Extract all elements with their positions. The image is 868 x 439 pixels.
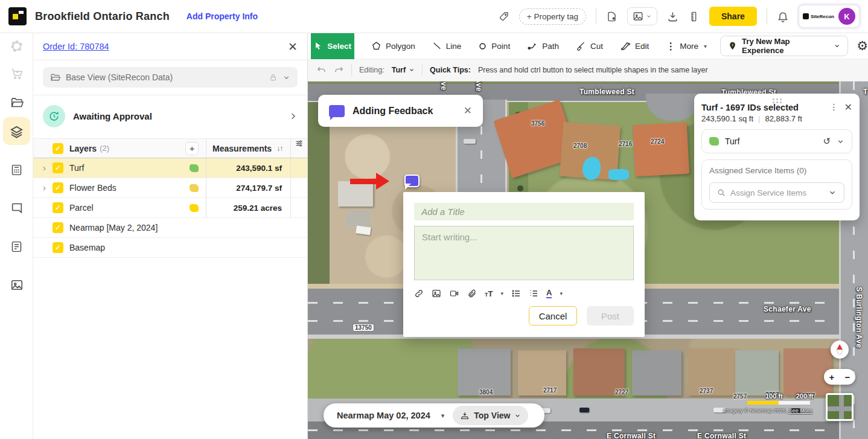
map-settings-gear-icon[interactable]: ⚙ [857,39,868,53]
house-number: 2727 [615,389,628,396]
ruler-icon[interactable] [688,11,700,22]
layer-checkbox[interactable]: ✓ [53,182,63,193]
selection-title: Turf - 1697 IDs selected [701,103,799,112]
compass-control[interactable] [831,341,849,359]
layers-panel-icon[interactable] [0,118,33,145]
comments-icon[interactable] [0,194,33,221]
add-layer-button[interactable]: + [185,142,199,155]
cut-tool-button[interactable]: Cut [576,41,603,51]
files-folder-icon[interactable] [0,89,33,116]
account-menu[interactable]: SiteRecon K [799,5,860,28]
redo-icon[interactable] [334,65,344,75]
chevron-down-icon[interactable]: ▾ [441,412,445,420]
chevron-down-icon[interactable] [837,138,844,146]
text-size-button[interactable]: TT [485,289,493,298]
status-label: Awaiting Approval [73,111,152,121]
assigned-service-items-card: Assigned Service Items (0) Assign Servic… [701,159,852,210]
selection-kebab-menu-icon[interactable]: ⋮ [830,103,838,111]
zoom-out-button[interactable]: − [845,372,850,382]
path-tool-button[interactable]: Path [527,40,559,51]
layer-row-basemap[interactable]: › ✓ Basemap [33,238,307,258]
point-tool-button[interactable]: Point [478,42,510,51]
takeoff-tool-icon[interactable] [0,33,33,60]
insert-image-icon[interactable] [432,289,441,298]
approval-status-row[interactable]: Awaiting Approval [33,95,307,139]
undo-icon[interactable] [316,65,327,75]
notes-icon[interactable] [0,233,33,260]
editing-layer-dropdown[interactable]: Turf [392,66,415,74]
layer-row-parcel[interactable]: › ✓ Parcel 259.21 acres [33,198,307,218]
zoom-in-button[interactable]: + [829,372,835,382]
top-view-dropdown[interactable]: Top View [453,406,528,425]
house-number: 2717 [543,387,557,394]
order-id-link[interactable]: Order Id: 780784 [43,42,109,51]
layers-table: › ✓ Layers (2) + Measurements ↓↑ › ✓ [33,139,307,258]
feedback-flag-marker[interactable] [404,175,420,187]
tag-icon[interactable] [499,11,509,22]
line-tool-button[interactable]: Line [432,41,462,51]
avatar[interactable]: K [838,8,855,25]
reset-icon[interactable]: ↺ [823,136,831,147]
pool [608,169,629,180]
insert-link-icon[interactable] [414,289,424,298]
basemap-imagery-dropdown[interactable] [627,7,657,25]
numbered-list-icon[interactable] [529,289,538,298]
attach-file-icon[interactable] [467,289,477,298]
cart-icon[interactable] [0,60,33,87]
polygon-tool-button[interactable]: Polygon [371,41,415,51]
turf-swatch [709,137,719,146]
share-button[interactable]: Share [709,7,757,26]
lock-icon [269,74,277,82]
layer-name: Basemap [69,243,105,252]
compass-south-needle [837,350,843,358]
download-icon[interactable] [667,11,678,22]
text-color-button[interactable]: A [546,289,552,298]
layer-row-nearmap[interactable]: › ✓ Nearmap [May 2, 2024] [33,218,307,238]
feedback-body-textarea[interactable] [414,226,634,280]
edit-tool-button[interactable]: Edit [620,40,649,51]
chevron-right-icon[interactable] [289,112,298,121]
see-more-link[interactable]: See More [789,408,812,414]
add-property-tag-button[interactable]: + Property tag [519,8,586,25]
minimap-thumbnail[interactable] [826,393,854,421]
layer-checkbox[interactable]: ✓ [53,242,63,253]
add-property-info-link[interactable]: Add Property Info [187,11,258,21]
post-button[interactable]: Post [587,306,634,325]
layers-select-all-checkbox[interactable]: ✓ [53,143,63,154]
more-tools-button[interactable]: ⋮ More ▾ [666,40,707,52]
sort-icon[interactable]: ↓↑ [276,144,282,153]
layer-row-turf[interactable]: › ✓ Turf 243,590.1 sf [33,158,307,178]
layer-swatch-flower-beds[interactable] [190,184,199,192]
layer-checkbox[interactable]: ✓ [53,222,63,233]
feedback-title-input[interactable] [414,203,634,220]
expand-chevron-icon[interactable]: › [43,183,53,192]
insert-video-icon[interactable] [449,289,459,298]
imagery-date-dropdown[interactable]: Nearmap May 02, 2024 [337,411,430,420]
media-gallery-icon[interactable] [0,272,33,298]
layer-checkbox[interactable]: ✓ [53,202,63,213]
panel-close-icon[interactable]: ✕ [288,41,298,53]
chevron-down-icon [828,188,837,197]
assign-service-items-select[interactable]: Assign Service Items [709,182,844,203]
street-label-schaefer: Schaefer Ave [764,305,811,313]
select-tool-button[interactable]: Select [311,33,354,59]
selection-close-icon[interactable]: ✕ [844,103,852,112]
layer-swatch-parcel[interactable] [190,204,199,212]
base-view-selector[interactable]: Base View (SiteRecon Data) [43,67,298,88]
bullet-list-icon[interactable] [511,289,521,298]
try-new-map-experience-button[interactable]: Try New Map Experience [720,36,848,56]
app-window: Brookfield Ontario Ranch Add Property In… [0,0,868,439]
filter-settings-icon[interactable] [291,139,307,148]
cancel-button[interactable]: Cancel [529,306,577,325]
calculator-icon[interactable] [0,156,33,183]
siterecon-logo-icon[interactable] [8,7,27,25]
layer-swatch-turf[interactable] [190,164,199,172]
layer-row-flower-beds[interactable]: › ✓ Flower Beds 274,179.7 sf [33,178,307,198]
export-document-icon[interactable] [606,11,617,22]
expand-chevron-icon[interactable]: › [43,163,53,172]
house [518,350,566,396]
notifications-bell-icon[interactable] [777,10,789,22]
layer-checkbox[interactable]: ✓ [53,162,63,173]
feedback-close-icon[interactable]: ✕ [464,104,472,117]
image-icon [633,11,643,22]
